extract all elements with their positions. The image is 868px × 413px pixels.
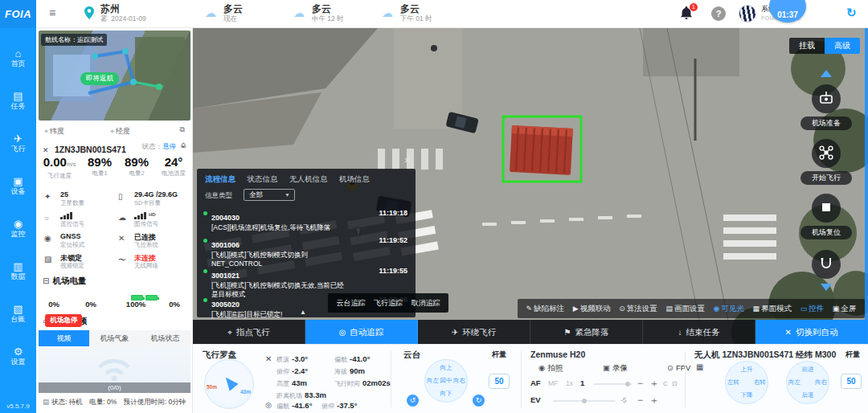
zoom-slider-handle[interactable]	[625, 382, 630, 386]
tab-waypoint-flight[interactable]: ⌖指点飞行	[193, 320, 305, 344]
scroll-down-icon[interactable]	[821, 284, 832, 291]
record-button[interactable]: ▣录像	[603, 363, 628, 374]
yaw-right-button[interactable]: 右转	[754, 378, 766, 386]
dock-reset-button[interactable]	[812, 194, 841, 223]
menu-item-gimbal-track[interactable]: 云台追踪	[336, 299, 365, 307]
menu-item-cancel-track[interactable]: 取消追踪	[411, 299, 440, 307]
tab-status-info[interactable]: 状态信息	[247, 174, 277, 185]
dock-prepare-button[interactable]	[812, 84, 841, 113]
dock-estop-button[interactable]: 机场急停	[45, 314, 82, 327]
gimbal-up-button[interactable]: 向上	[440, 364, 452, 372]
yaw-left-button[interactable]: 左转	[727, 378, 739, 386]
tab-auto-track[interactable]: ◎自动追踪	[305, 320, 418, 344]
gimbal-look-down-button[interactable]: ↻	[473, 395, 485, 407]
ascend-button[interactable]: 上升	[741, 366, 753, 374]
sidebar-item-flight[interactable]: ✈飞行	[0, 133, 36, 153]
fpv-button[interactable]: ⊙FPV	[667, 363, 690, 372]
start-flight-button[interactable]	[812, 139, 841, 168]
ev-slider-handle[interactable]	[582, 399, 587, 403]
drone-status: 状态：悬停	[142, 142, 177, 152]
sidebar-item-tasks[interactable]: ▤任务	[0, 91, 36, 111]
video-feed[interactable]: ✕ 流程信息 状态信息 无人机信息 机场信息 信息类型 全部▼ 2004030 …	[193, 28, 868, 344]
help-icon[interactable]: ?	[711, 6, 726, 21]
collapse-menu-icon[interactable]: ≡	[49, 6, 55, 19]
tab-emergency-land[interactable]: ⚑紧急降落	[530, 320, 643, 344]
drone-status-value: 悬停	[162, 142, 176, 150]
forward-button[interactable]: 前进	[802, 366, 814, 374]
ev-minus-button[interactable]: −	[637, 396, 643, 404]
close-icon[interactable]: ✕	[404, 156, 411, 165]
sidebar-item-home[interactable]: ⌂首页	[0, 48, 36, 68]
drone-stick-input[interactable]: 50	[841, 374, 862, 389]
sidebar-item-devices[interactable]: ▣设备	[0, 176, 36, 196]
stream-capture-icon[interactable]: ⧉	[180, 125, 185, 134]
sync-icon[interactable]: ↻	[846, 6, 857, 20]
charge-cable-button[interactable]	[812, 250, 841, 279]
tab-orbit-flight[interactable]: ✈环绕飞行	[418, 320, 530, 344]
zoom-minus-button[interactable]: −	[637, 379, 643, 387]
tab-end-mission[interactable]: ↓结束任务	[643, 320, 755, 344]
sidebar-item-data[interactable]: ▥数据	[0, 261, 36, 281]
ev-slider[interactable]	[553, 400, 616, 402]
algorithm-settings-button[interactable]: ⊙算法设置	[619, 304, 657, 314]
wifi-icon: 〜	[118, 255, 126, 266]
tab-dock-video[interactable]: 视频	[39, 330, 89, 346]
visible-light-button[interactable]: ◉可见光	[714, 304, 744, 314]
gimbal-down-button[interactable]: 向下	[440, 390, 452, 398]
descend-button[interactable]: 下降	[741, 391, 753, 399]
gimbal-center-button[interactable]: 回中	[440, 377, 452, 385]
avatar[interactable]	[739, 5, 756, 22]
fullscreen-button[interactable]: ▣全屏	[833, 304, 857, 314]
toggle-advanced[interactable]: 高级	[825, 38, 860, 54]
grid-wireless: 〜 未连接无线网络	[117, 253, 190, 272]
compass-distance-readout: 50m	[207, 384, 217, 390]
date: 2024-01-09	[111, 14, 145, 22]
controls-button[interactable]: ▭控件	[800, 304, 825, 314]
af-label[interactable]: AF	[530, 378, 541, 387]
notification-bell-icon[interactable]: 1	[681, 6, 692, 22]
toggle-payload[interactable]: 挂载	[789, 38, 825, 54]
tab-dock-weather[interactable]: 机场气象	[89, 330, 140, 346]
menu-item-flight-track[interactable]: 飞行追踪	[374, 299, 403, 307]
fpv-eye-icon: ⊙	[667, 363, 674, 372]
chevron-down-icon: ▼	[285, 190, 290, 200]
location-block[interactable]: 苏州 雾 2024-01-09	[100, 4, 146, 23]
focus-area-icon[interactable]: ⊡	[672, 380, 678, 387]
gimbal-stick-input[interactable]: 50	[489, 374, 510, 389]
forecast-now: 多云 现在	[223, 4, 243, 23]
right-button[interactable]: 向右	[815, 378, 827, 386]
defect-annotate-button[interactable]: ✎缺陷标注	[526, 304, 565, 314]
zoom-plus-button[interactable]: ＋	[649, 379, 659, 387]
mf-label[interactable]: MF	[548, 379, 558, 387]
focus-c-icon[interactable]: C	[663, 380, 668, 387]
log-filter-select[interactable]: 全部▼	[244, 189, 295, 201]
divider	[521, 351, 522, 407]
tab-dock-info[interactable]: 机场信息	[339, 174, 370, 185]
backward-button[interactable]: 后退	[802, 391, 814, 399]
alarm-bell-icon[interactable]: 🕭	[180, 141, 187, 149]
ev-plus-button[interactable]: ＋	[649, 396, 659, 404]
video-link-button[interactable]: ▶视频联动	[573, 304, 611, 314]
screen-settings-button[interactable]: ▤画面设置	[665, 304, 705, 314]
left-button[interactable]: 向左	[788, 378, 800, 386]
zoom-slider[interactable]	[593, 383, 632, 385]
tab-switch-auto[interactable]: ✕切换到自动	[755, 320, 868, 344]
tab-drone-info[interactable]: 无人机信息	[289, 174, 328, 185]
dock-video-player[interactable]: (0/0)	[39, 346, 190, 393]
sidebar-item-settings[interactable]: ⚙设置	[0, 346, 36, 366]
collapse-arrow-icon[interactable]: ▲	[300, 309, 306, 316]
tab-dock-status[interactable]: 机场状态	[140, 330, 190, 346]
sidebar-item-ledger[interactable]: ▧台账	[0, 304, 36, 324]
gimbal-left-button[interactable]: 向左	[427, 377, 439, 385]
gimbal-right-button[interactable]: 向右	[453, 377, 465, 385]
ui-mode-button[interactable]: ▦界面模式	[753, 304, 792, 314]
mission-map-thumbnail[interactable]: 航线名称：追踪测试 即将返航	[39, 31, 190, 121]
photo-button[interactable]: ◉拍照	[538, 363, 563, 374]
sidebar-item-monitor[interactable]: ◉监控	[0, 219, 36, 239]
status-chip-icon: ▤	[43, 398, 49, 406]
gimbal-recenter-button[interactable]: ↺	[407, 395, 419, 407]
scroll-up-icon[interactable]	[821, 70, 832, 77]
layout-icon: ▦	[753, 305, 760, 313]
tab-process-info[interactable]: 流程信息	[205, 174, 235, 185]
coordinates-row: ⌖纬度 ⌖经度 ⧉	[36, 123, 193, 139]
